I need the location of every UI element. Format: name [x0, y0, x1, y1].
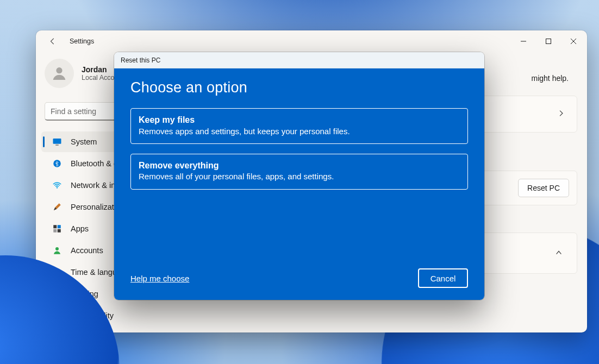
paintbrush-icon	[52, 202, 62, 212]
svg-point-15	[58, 293, 59, 294]
reset-pc-button[interactable]: Reset PC	[518, 179, 569, 197]
maximize-button[interactable]	[536, 30, 561, 52]
option-keep-my-files[interactable]: Keep my files Removes apps and settings,…	[130, 108, 468, 144]
svg-rect-8	[58, 225, 61, 228]
avatar	[45, 59, 74, 88]
svg-rect-2	[53, 139, 61, 144]
bluetooth-icon	[52, 159, 62, 168]
option-title: Keep my files	[139, 114, 460, 126]
sidebar-item-label: Gaming	[71, 290, 98, 298]
reset-pc-dialog: Reset this PC Choose an option Keep my f…	[114, 52, 484, 300]
svg-point-1	[56, 67, 62, 73]
arrow-left-icon	[49, 37, 57, 45]
troubleshoot-hint: might help.	[532, 74, 569, 83]
chevron-up-icon	[555, 249, 563, 258]
svg-point-16	[56, 312, 58, 313]
accounts-icon	[52, 246, 62, 255]
desktop-background: Settings	[0, 0, 599, 364]
svg-rect-4	[55, 145, 59, 146]
system-icon	[52, 137, 62, 147]
wifi-icon	[52, 180, 62, 190]
svg-rect-9	[53, 229, 57, 233]
sidebar-item-label: System	[71, 137, 97, 146]
apps-icon	[52, 224, 62, 234]
option-title: Remove everything	[139, 160, 460, 172]
maximize-icon	[546, 39, 551, 44]
titlebar: Settings	[36, 30, 587, 52]
svg-rect-10	[58, 229, 61, 233]
window-controls	[511, 30, 586, 52]
option-description: Removes all of your personal files, apps…	[139, 171, 460, 182]
svg-rect-0	[546, 39, 551, 44]
help-me-choose-link[interactable]: Help me choose	[130, 274, 189, 283]
option-description: Removes apps and settings, but keeps you…	[139, 126, 460, 137]
svg-point-12	[53, 268, 61, 276]
svg-point-14	[55, 293, 56, 294]
sidebar-item-accessibility[interactable]: Accessibility	[41, 305, 204, 326]
chevron-right-icon	[558, 110, 565, 118]
svg-rect-13	[53, 292, 61, 296]
option-remove-everything[interactable]: Remove everything Removes all of your pe…	[130, 154, 468, 190]
accessibility-icon	[52, 311, 62, 321]
svg-point-11	[55, 247, 59, 250]
clock-globe-icon	[52, 267, 62, 277]
cancel-button[interactable]: Cancel	[418, 268, 468, 288]
close-button[interactable]	[561, 30, 586, 52]
person-icon	[51, 65, 68, 82]
svg-point-6	[57, 187, 58, 188]
minimize-icon	[521, 39, 526, 44]
sidebar-item-label: Apps	[71, 224, 89, 233]
sidebar-item-label: Accessibility	[71, 311, 114, 320]
window-title: Settings	[70, 37, 94, 45]
close-icon	[571, 39, 576, 44]
sidebar-item-label: Accounts	[71, 246, 103, 255]
gamepad-icon	[52, 289, 62, 299]
dialog-titlebar: Reset this PC	[114, 52, 484, 68]
minimize-button[interactable]	[511, 30, 536, 52]
svg-rect-7	[53, 225, 57, 228]
dialog-heading: Choose an option	[130, 79, 468, 96]
back-button[interactable]	[46, 34, 60, 48]
